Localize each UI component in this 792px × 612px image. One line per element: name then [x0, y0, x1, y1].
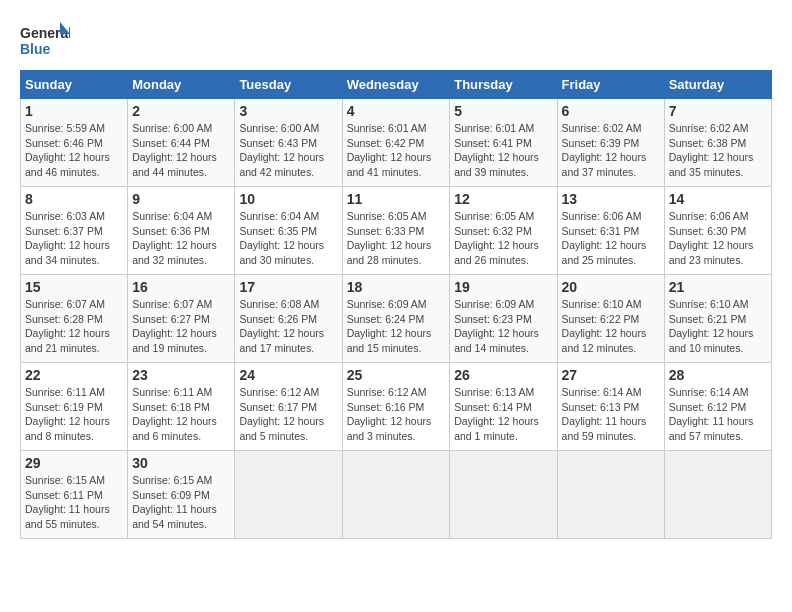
- day-number: 23: [132, 367, 230, 383]
- day-info: Sunrise: 6:04 AM Sunset: 6:36 PM Dayligh…: [132, 209, 230, 268]
- day-number: 26: [454, 367, 552, 383]
- calendar-day: [664, 451, 771, 539]
- day-info: Sunrise: 6:08 AM Sunset: 6:26 PM Dayligh…: [239, 297, 337, 356]
- day-header-wednesday: Wednesday: [342, 71, 450, 99]
- day-number: 21: [669, 279, 767, 295]
- day-number: 6: [562, 103, 660, 119]
- calendar-day: 19 Sunrise: 6:09 AM Sunset: 6:23 PM Dayl…: [450, 275, 557, 363]
- day-header-friday: Friday: [557, 71, 664, 99]
- day-info: Sunrise: 6:10 AM Sunset: 6:21 PM Dayligh…: [669, 297, 767, 356]
- calendar-header-row: SundayMondayTuesdayWednesdayThursdayFrid…: [21, 71, 772, 99]
- day-info: Sunrise: 6:07 AM Sunset: 6:27 PM Dayligh…: [132, 297, 230, 356]
- day-info: Sunrise: 6:03 AM Sunset: 6:37 PM Dayligh…: [25, 209, 123, 268]
- day-number: 8: [25, 191, 123, 207]
- day-info: Sunrise: 6:01 AM Sunset: 6:41 PM Dayligh…: [454, 121, 552, 180]
- day-info: Sunrise: 5:59 AM Sunset: 6:46 PM Dayligh…: [25, 121, 123, 180]
- calendar-day: 3 Sunrise: 6:00 AM Sunset: 6:43 PM Dayli…: [235, 99, 342, 187]
- calendar-day: 4 Sunrise: 6:01 AM Sunset: 6:42 PM Dayli…: [342, 99, 450, 187]
- day-header-thursday: Thursday: [450, 71, 557, 99]
- day-header-saturday: Saturday: [664, 71, 771, 99]
- day-header-monday: Monday: [128, 71, 235, 99]
- logo-svg: General Blue: [20, 20, 70, 60]
- calendar-day: [235, 451, 342, 539]
- day-info: Sunrise: 6:12 AM Sunset: 6:17 PM Dayligh…: [239, 385, 337, 444]
- day-number: 18: [347, 279, 446, 295]
- day-number: 17: [239, 279, 337, 295]
- calendar-table: SundayMondayTuesdayWednesdayThursdayFrid…: [20, 70, 772, 539]
- calendar-week-4: 22 Sunrise: 6:11 AM Sunset: 6:19 PM Dayl…: [21, 363, 772, 451]
- calendar-week-1: 1 Sunrise: 5:59 AM Sunset: 6:46 PM Dayli…: [21, 99, 772, 187]
- calendar-day: 7 Sunrise: 6:02 AM Sunset: 6:38 PM Dayli…: [664, 99, 771, 187]
- day-number: 19: [454, 279, 552, 295]
- day-info: Sunrise: 6:15 AM Sunset: 6:09 PM Dayligh…: [132, 473, 230, 532]
- day-info: Sunrise: 6:05 AM Sunset: 6:32 PM Dayligh…: [454, 209, 552, 268]
- calendar-day: 12 Sunrise: 6:05 AM Sunset: 6:32 PM Dayl…: [450, 187, 557, 275]
- calendar-day: 17 Sunrise: 6:08 AM Sunset: 6:26 PM Dayl…: [235, 275, 342, 363]
- day-number: 13: [562, 191, 660, 207]
- calendar-day: 24 Sunrise: 6:12 AM Sunset: 6:17 PM Dayl…: [235, 363, 342, 451]
- day-info: Sunrise: 6:06 AM Sunset: 6:30 PM Dayligh…: [669, 209, 767, 268]
- calendar-day: 27 Sunrise: 6:14 AM Sunset: 6:13 PM Dayl…: [557, 363, 664, 451]
- day-info: Sunrise: 6:01 AM Sunset: 6:42 PM Dayligh…: [347, 121, 446, 180]
- calendar-day: 30 Sunrise: 6:15 AM Sunset: 6:09 PM Dayl…: [128, 451, 235, 539]
- svg-text:Blue: Blue: [20, 41, 51, 57]
- day-number: 27: [562, 367, 660, 383]
- calendar-week-3: 15 Sunrise: 6:07 AM Sunset: 6:28 PM Dayl…: [21, 275, 772, 363]
- day-info: Sunrise: 6:09 AM Sunset: 6:24 PM Dayligh…: [347, 297, 446, 356]
- calendar-day: 10 Sunrise: 6:04 AM Sunset: 6:35 PM Dayl…: [235, 187, 342, 275]
- day-number: 29: [25, 455, 123, 471]
- calendar-day: 20 Sunrise: 6:10 AM Sunset: 6:22 PM Dayl…: [557, 275, 664, 363]
- day-number: 25: [347, 367, 446, 383]
- day-info: Sunrise: 6:00 AM Sunset: 6:44 PM Dayligh…: [132, 121, 230, 180]
- calendar-day: 13 Sunrise: 6:06 AM Sunset: 6:31 PM Dayl…: [557, 187, 664, 275]
- day-number: 15: [25, 279, 123, 295]
- day-info: Sunrise: 6:02 AM Sunset: 6:39 PM Dayligh…: [562, 121, 660, 180]
- day-info: Sunrise: 6:05 AM Sunset: 6:33 PM Dayligh…: [347, 209, 446, 268]
- day-info: Sunrise: 6:14 AM Sunset: 6:13 PM Dayligh…: [562, 385, 660, 444]
- day-info: Sunrise: 6:02 AM Sunset: 6:38 PM Dayligh…: [669, 121, 767, 180]
- calendar-day: 26 Sunrise: 6:13 AM Sunset: 6:14 PM Dayl…: [450, 363, 557, 451]
- day-header-sunday: Sunday: [21, 71, 128, 99]
- day-info: Sunrise: 6:06 AM Sunset: 6:31 PM Dayligh…: [562, 209, 660, 268]
- day-number: 3: [239, 103, 337, 119]
- calendar-day: 14 Sunrise: 6:06 AM Sunset: 6:30 PM Dayl…: [664, 187, 771, 275]
- calendar-day: 23 Sunrise: 6:11 AM Sunset: 6:18 PM Dayl…: [128, 363, 235, 451]
- calendar-day: 1 Sunrise: 5:59 AM Sunset: 6:46 PM Dayli…: [21, 99, 128, 187]
- calendar-day: 8 Sunrise: 6:03 AM Sunset: 6:37 PM Dayli…: [21, 187, 128, 275]
- day-number: 5: [454, 103, 552, 119]
- day-number: 10: [239, 191, 337, 207]
- day-info: Sunrise: 6:10 AM Sunset: 6:22 PM Dayligh…: [562, 297, 660, 356]
- day-number: 28: [669, 367, 767, 383]
- day-info: Sunrise: 6:04 AM Sunset: 6:35 PM Dayligh…: [239, 209, 337, 268]
- day-info: Sunrise: 6:11 AM Sunset: 6:19 PM Dayligh…: [25, 385, 123, 444]
- day-info: Sunrise: 6:14 AM Sunset: 6:12 PM Dayligh…: [669, 385, 767, 444]
- calendar-day: 2 Sunrise: 6:00 AM Sunset: 6:44 PM Dayli…: [128, 99, 235, 187]
- calendar-week-2: 8 Sunrise: 6:03 AM Sunset: 6:37 PM Dayli…: [21, 187, 772, 275]
- day-number: 24: [239, 367, 337, 383]
- page-header: General Blue: [20, 20, 772, 60]
- day-number: 4: [347, 103, 446, 119]
- day-info: Sunrise: 6:00 AM Sunset: 6:43 PM Dayligh…: [239, 121, 337, 180]
- day-number: 7: [669, 103, 767, 119]
- calendar-week-5: 29 Sunrise: 6:15 AM Sunset: 6:11 PM Dayl…: [21, 451, 772, 539]
- day-info: Sunrise: 6:13 AM Sunset: 6:14 PM Dayligh…: [454, 385, 552, 444]
- day-info: Sunrise: 6:09 AM Sunset: 6:23 PM Dayligh…: [454, 297, 552, 356]
- day-number: 16: [132, 279, 230, 295]
- day-number: 22: [25, 367, 123, 383]
- calendar-day: 21 Sunrise: 6:10 AM Sunset: 6:21 PM Dayl…: [664, 275, 771, 363]
- calendar-day: 5 Sunrise: 6:01 AM Sunset: 6:41 PM Dayli…: [450, 99, 557, 187]
- day-info: Sunrise: 6:12 AM Sunset: 6:16 PM Dayligh…: [347, 385, 446, 444]
- calendar-day: 28 Sunrise: 6:14 AM Sunset: 6:12 PM Dayl…: [664, 363, 771, 451]
- logo: General Blue: [20, 20, 70, 60]
- calendar-day: [450, 451, 557, 539]
- calendar-day: [342, 451, 450, 539]
- day-info: Sunrise: 6:07 AM Sunset: 6:28 PM Dayligh…: [25, 297, 123, 356]
- day-number: 14: [669, 191, 767, 207]
- day-info: Sunrise: 6:11 AM Sunset: 6:18 PM Dayligh…: [132, 385, 230, 444]
- day-number: 11: [347, 191, 446, 207]
- calendar-day: 6 Sunrise: 6:02 AM Sunset: 6:39 PM Dayli…: [557, 99, 664, 187]
- calendar-day: 9 Sunrise: 6:04 AM Sunset: 6:36 PM Dayli…: [128, 187, 235, 275]
- day-header-tuesday: Tuesday: [235, 71, 342, 99]
- calendar-day: 18 Sunrise: 6:09 AM Sunset: 6:24 PM Dayl…: [342, 275, 450, 363]
- day-info: Sunrise: 6:15 AM Sunset: 6:11 PM Dayligh…: [25, 473, 123, 532]
